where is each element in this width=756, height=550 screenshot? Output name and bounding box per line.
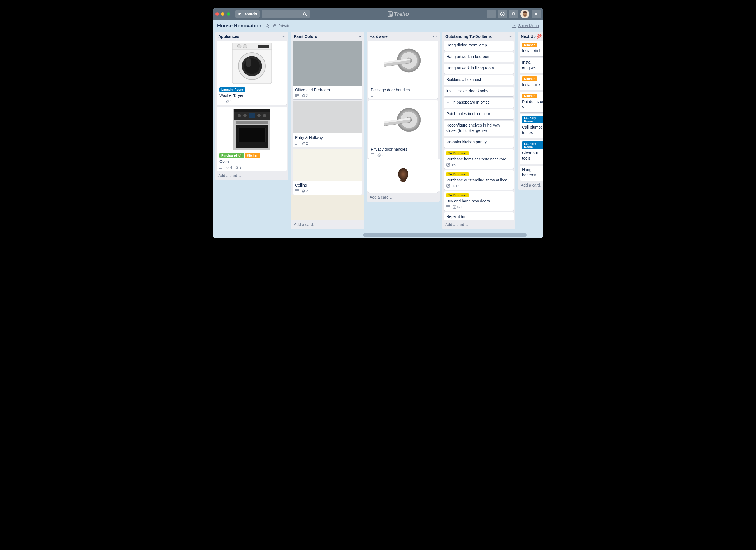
card[interactable]: Re-paint kitchen pantry [444,138,514,148]
card[interactable]: KitchenInstall sink [520,75,543,90]
card[interactable]: Privacy door handles2 [368,100,438,159]
card[interactable]: Entry & Hallway2 [293,101,362,147]
svg-point-30 [238,114,241,117]
card[interactable]: KitchenInstall kitchen [520,41,543,56]
card-labels: To Purchase [446,151,511,156]
list-menu-button[interactable]: ⋯ [282,34,286,39]
card[interactable] [293,196,362,220]
card-label[interactable]: To Purchase [446,172,469,177]
card-title: Install entrywa [522,60,543,70]
list-menu-button[interactable]: ⋯ [357,34,361,39]
card-title: Purchase items at Container Store [446,157,511,162]
show-menu-button[interactable]: ⋯ Show Menu [512,24,539,28]
card-label[interactable]: Kitchen [522,76,537,81]
card-badges: 0/5 [446,163,511,167]
card[interactable]: To PurchaseBuy and hang new doors0/1 [444,191,514,211]
card-cover-swatch [293,101,362,133]
card-title: Hang bedroom [522,167,543,178]
card[interactable]: Repaint trim [444,212,514,220]
user-avatar[interactable]: 👨🏽 [520,10,529,18]
card[interactable]: install closet door knobs [444,87,514,97]
card-label[interactable]: Laundry Room [522,116,543,124]
card-labels: Laundry Room [522,142,543,149]
card[interactable]: Install entrywa [520,58,543,73]
svg-line-4 [306,15,307,16]
card-label[interactable]: Purchased ✅ [219,153,244,158]
card-label[interactable]: Kitchen [522,94,537,98]
add-button[interactable] [487,10,496,18]
board-canvas[interactable]: Appliances ⋯ Laundry RoomWasher/Dryer5Pu… [213,32,543,238]
list-title[interactable]: Next Up 💯 [521,34,542,39]
card[interactable]: Laundry RoomCall plumber to ups [520,114,543,138]
plus-icon [489,12,493,16]
card[interactable]: Reconfigure shelves in hallway closet (t… [444,121,514,136]
card-label[interactable]: To Purchase [446,151,469,156]
list: Next Up 💯 ⋯ KitchenInstall kitchenInstal… [518,32,543,190]
attachments-badge: 2 [377,153,384,157]
add-card-button[interactable]: Add a card… [291,220,364,229]
boards-button[interactable]: Boards [235,10,260,18]
horizontal-scrollbar[interactable] [229,233,527,237]
privacy-toggle[interactable]: Private [273,24,291,28]
card-label[interactable]: Kitchen [245,153,260,158]
card[interactable]: Laundry RoomClear out tools [520,140,543,164]
card-badges [371,94,436,97]
add-card-button[interactable]: Add a card… [442,220,515,229]
card[interactable]: Laundry RoomWasher/Dryer5 [217,41,287,105]
settings-button[interactable] [532,10,541,18]
svg-point-31 [243,114,247,117]
card-title: Install kitchen [522,48,543,54]
board-header: House Renovation Private ⋯ Show Menu [213,20,543,32]
card[interactable]: Purchased ✅KitchenOven42 [217,107,287,171]
attachments-badge: 2 [302,189,308,193]
checklist-badge: 0/1 [453,205,462,209]
card-labels: Kitchen [522,94,543,98]
svg-rect-0 [238,12,242,16]
list-menu-button[interactable]: ⋯ [433,34,437,39]
info-icon [500,12,505,16]
board-title[interactable]: House Renovation [217,23,261,29]
card[interactable]: Passage door handles [368,41,438,99]
star-button[interactable] [265,24,269,28]
card-label[interactable]: Laundry Room [522,142,543,149]
add-card-button[interactable]: Add a card… [518,181,543,190]
list-title[interactable]: Hardware [370,34,388,39]
card[interactable]: Hang artwork in bedroom [444,52,514,62]
close-window-button[interactable] [215,12,219,16]
card[interactable]: Ceiling2 [293,149,362,195]
show-menu-label: Show Menu [518,24,539,28]
card[interactable]: KitchenPut doors on s [520,92,543,113]
card-cover-swatch [291,195,364,220]
card[interactable]: Fill in baseboard in office [444,98,514,108]
card[interactable]: Hang dining room lamp [444,41,514,51]
list-menu-button[interactable]: ⋯ [509,34,512,39]
add-card-button[interactable]: Add a card… [215,171,288,180]
search-icon [303,12,307,16]
card-label[interactable]: Laundry Room [219,87,245,92]
card[interactable]: Build/install exhaust [444,75,514,85]
minimize-window-button[interactable] [221,12,224,16]
svg-point-11 [502,13,503,13]
card[interactable]: To PurchasePurchase items at Container S… [444,149,514,169]
info-button[interactable] [498,10,507,18]
card[interactable]: Patch holes in office floor [444,110,514,119]
card[interactable] [368,161,438,193]
list: Paint Colors ⋯ Office and Bedroom2Entry … [291,32,364,229]
card[interactable]: Office and Bedroom2 [293,41,362,99]
card[interactable]: Hang artwork in living room [444,64,514,74]
comments-badge: 4 [226,166,232,170]
card-label[interactable]: To Purchase [446,193,469,198]
add-card-button[interactable]: Add a card… [367,193,440,202]
list-title[interactable]: Paint Colors [294,34,317,39]
ellipsis-icon: ⋯ [512,24,516,28]
card[interactable]: Hang bedroom [520,166,543,181]
maximize-window-button[interactable] [227,12,230,16]
card[interactable]: To PurchasePurchase outstanding items at… [444,170,514,190]
card-label[interactable]: Kitchen [522,43,537,47]
card-labels: Kitchen [522,76,543,81]
list-title[interactable]: Appliances [218,34,239,39]
list-title[interactable]: Outstanding To-Do Items [445,34,492,39]
trello-logo[interactable]: Trello [388,11,409,17]
notifications-button[interactable] [509,10,518,18]
search-input[interactable] [262,10,310,18]
